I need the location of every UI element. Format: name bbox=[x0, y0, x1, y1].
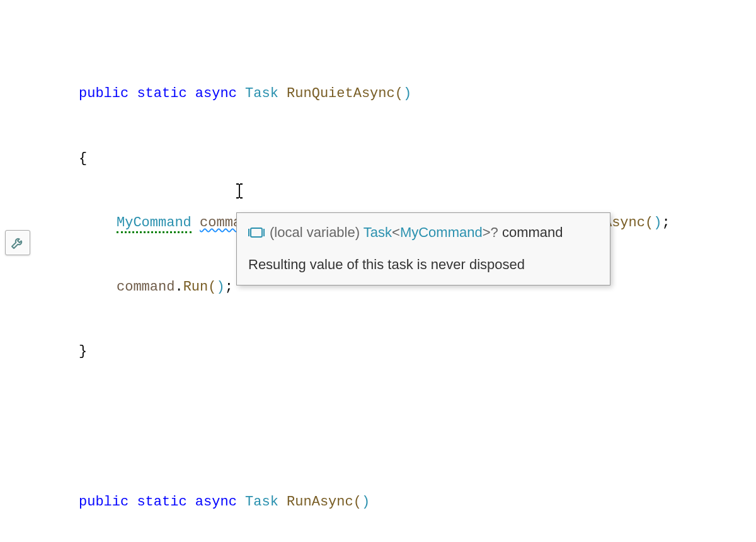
method-name: RunQuietAsync bbox=[287, 86, 395, 101]
type-mycommand: MyCommand bbox=[117, 215, 192, 233]
tooltip-type-task: Task bbox=[364, 224, 392, 240]
code-line[interactable]: { bbox=[0, 148, 756, 170]
type-task: Task bbox=[245, 86, 278, 101]
brace: { bbox=[79, 151, 87, 166]
dot: . bbox=[175, 279, 183, 295]
tooltip-gt: > bbox=[483, 224, 491, 240]
tooltip-nullable: ? bbox=[491, 224, 498, 240]
tooltip-var-name: command bbox=[502, 224, 563, 240]
tooltip-lt: < bbox=[392, 224, 400, 240]
keyword-public: public bbox=[79, 494, 129, 510]
paren: ) bbox=[653, 215, 662, 231]
wrench-icon bbox=[10, 235, 25, 250]
keyword-async: async bbox=[195, 494, 237, 510]
variable: command bbox=[117, 279, 175, 295]
code-line[interactable]: public static async Task RunAsync() bbox=[0, 492, 756, 513]
method-name: RunAsync bbox=[287, 494, 353, 510]
method-call: Run bbox=[183, 279, 209, 295]
variable-icon bbox=[248, 226, 265, 239]
tooltip-type-inner: MyCommand bbox=[400, 224, 483, 240]
type-task: Task bbox=[245, 494, 278, 510]
paren: ( bbox=[645, 215, 653, 231]
keyword-async: async bbox=[195, 86, 237, 101]
paren: ) bbox=[403, 86, 411, 101]
keyword-public: public bbox=[79, 86, 129, 101]
paren: ( bbox=[208, 279, 216, 295]
hover-tooltip: (local variable) Task<MyCommand>? comman… bbox=[236, 212, 610, 285]
keyword-static: static bbox=[137, 494, 186, 510]
semicolon: ; bbox=[225, 279, 233, 295]
tooltip-kind: (local variable) bbox=[270, 224, 360, 240]
paren: ) bbox=[362, 494, 370, 510]
code-line[interactable]: public static async Task RunQuietAsync() bbox=[0, 83, 756, 105]
code-line[interactable]: } bbox=[0, 341, 756, 362]
tooltip-signature-row: (local variable) Task<MyCommand>? comman… bbox=[248, 222, 598, 243]
keyword-static: static bbox=[137, 86, 186, 101]
blank-line[interactable] bbox=[0, 406, 756, 427]
paren: ( bbox=[353, 494, 362, 510]
paren: ( bbox=[395, 86, 403, 101]
quick-fix-button[interactable] bbox=[5, 230, 30, 255]
semicolon: ; bbox=[662, 215, 670, 231]
tooltip-warning-text: Resulting value of this task is never di… bbox=[248, 254, 598, 275]
svg-rect-0 bbox=[251, 228, 262, 237]
brace: } bbox=[79, 343, 87, 359]
paren: ) bbox=[216, 279, 224, 295]
